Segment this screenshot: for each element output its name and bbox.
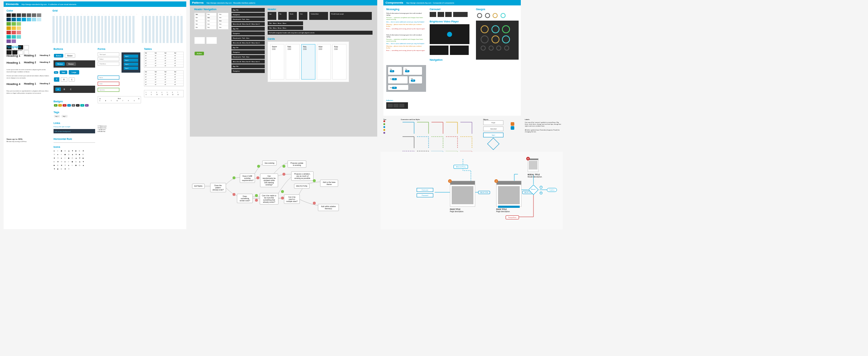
card-4[interactable]: Actionscontentcontent — [317, 44, 331, 80]
header-bar-full-2[interactable]: Title · Menu · Menu · Menu — [268, 26, 303, 30]
input-error[interactable] — [98, 82, 119, 86]
carousel-thumb-wide[interactable] — [453, 12, 468, 17]
btn-secondary[interactable]: Button — [65, 53, 75, 58]
text-input[interactable] — [98, 52, 119, 56]
btn-md[interactable]: Med — [60, 70, 68, 74]
obj-input: Input — [483, 133, 504, 137]
btn-grp-2[interactable]: B — [61, 77, 67, 82]
video-player-1[interactable] — [430, 24, 469, 44]
header-tile-2[interactable]: Nav — [278, 12, 287, 20]
header-bar[interactable]: App Title — [231, 46, 265, 50]
nav-btn-green[interactable]: Active — [195, 52, 204, 55]
header-bar[interactable]: Breadcrumb · Path · Here — [231, 55, 265, 59]
input-username[interactable]: Username — [417, 188, 433, 192]
btn-on-dark-1[interactable]: Button — [55, 62, 65, 66]
header-tile-1[interactable]: Logo — [268, 12, 276, 20]
header-bar[interactable]: Navigation — [231, 13, 265, 17]
header-bar[interactable]: Navigation — [231, 69, 265, 73]
gauge-6 — [502, 35, 510, 43]
radio-2[interactable]: ● Radio two — [98, 130, 141, 132]
decision-flow: PATTERN Does the pattern already exist? … — [190, 155, 342, 213]
node-propose-variation: Propose a variation, use as much of exis… — [291, 171, 314, 181]
table-sample: ColColColColvalvalvalvalvalvalvalvalvalv… — [144, 52, 184, 68]
header-bar[interactable]: App Title — [231, 27, 265, 31]
dark-input-1[interactable]: Input — [124, 55, 138, 58]
input-focus[interactable] — [98, 76, 119, 80]
carousel-thumb-3[interactable] — [445, 12, 452, 17]
btn-on-dark-2[interactable]: Button — [66, 62, 76, 66]
btn-grp-1[interactable]: A — [54, 77, 59, 82]
node-prototype: PROTOTYPE — [294, 184, 310, 189]
card-2[interactable]: Detailscontentcontent — [286, 44, 300, 80]
calendar-widget[interactable]: ◀Month▶ SMTWTFS — [98, 96, 141, 103]
badge: 9 — [58, 104, 62, 107]
dark-input-3[interactable]: Input — [124, 63, 138, 66]
swatch — [32, 13, 36, 17]
input-password[interactable]: Password — [417, 193, 433, 197]
header-bar[interactable]: App Title — [231, 8, 265, 12]
icon: ☆ — [68, 168, 70, 170]
wireframe-modal[interactable] — [528, 158, 539, 172]
header-bar[interactable]: Menu Item A · Menu Item B · Menu Item C — [231, 22, 265, 26]
carousel-thumb-1[interactable] — [430, 12, 436, 17]
header-bar[interactable]: Breadcrumb · Path · Here — [231, 36, 265, 40]
header-bar[interactable]: App Title — [231, 64, 265, 68]
select-input[interactable] — [98, 57, 119, 61]
header-tile-6[interactable]: Full width header example — [330, 12, 372, 20]
header-bar[interactable]: Breadcrumb · Path · Here — [231, 17, 265, 21]
header-bar[interactable]: Menu Item A · Menu Item B · Menu Item C — [231, 60, 265, 64]
tag-1[interactable]: tag × — [54, 115, 60, 117]
nav-tabs-1[interactable] — [194, 37, 205, 44]
wf-b-cta[interactable] — [498, 206, 520, 208]
modal-5[interactable]: Title OK — [388, 85, 408, 90]
flow-yes-3 — [282, 165, 285, 168]
dark-input-2[interactable]: Input — [124, 59, 138, 62]
tables-title: Tables — [144, 48, 184, 50]
link-on-dark[interactable]: Link on dark background — [55, 130, 71, 132]
section-indicators: Indicators — [386, 99, 408, 109]
heading-sample: Heading 2 — [24, 54, 36, 57]
components-header: Components http://design-standards.ihg.c… — [383, 0, 521, 5]
icons-title: Icons — [54, 146, 95, 148]
modal-1[interactable]: TitleOK — [388, 67, 402, 75]
connector-sample — [401, 136, 414, 149]
header-bar[interactable]: Menu Item A · Menu Item B · Menu Item C — [231, 41, 265, 45]
btn-sm[interactable]: Sm — [54, 71, 58, 74]
wireframe-a[interactable] — [450, 181, 475, 207]
button-groups-dark: ABC — [54, 86, 95, 93]
tag-2[interactable]: tag × — [61, 115, 68, 117]
header-bar[interactable]: Navigation — [231, 50, 265, 54]
carousel-thumbs[interactable] — [430, 12, 473, 17]
card-3-active[interactable]: Statuscontentcontent — [301, 44, 315, 80]
carousel-thumb-2[interactable] — [438, 12, 444, 17]
btn-lg[interactable]: Large — [69, 70, 79, 74]
wireframe-b[interactable] — [496, 181, 522, 207]
dark-input-4[interactable]: Input — [124, 67, 138, 70]
btn-primary[interactable]: Button — [54, 54, 63, 57]
header-bar[interactable]: Navigation — [231, 31, 265, 35]
checkbox-input[interactable] — [98, 62, 119, 66]
login-inputs: Username Password — [417, 188, 433, 199]
message-line: Success — operation completed and change… — [386, 16, 426, 21]
button-groups: ABC — [54, 77, 95, 82]
header-tile-4[interactable]: User — [299, 12, 307, 20]
modal-4[interactable]: TitleOK — [409, 76, 422, 83]
icon: □ — [57, 164, 59, 166]
btn-grp-3[interactable]: C — [69, 77, 75, 82]
input-success[interactable] — [98, 88, 119, 92]
header-tile-5[interactable]: Combined block — [309, 12, 328, 20]
modal-3[interactable]: Title OK — [388, 76, 408, 83]
video-player-2[interactable] — [430, 46, 448, 55]
calendar-table[interactable]: 1234567 891011121314 — [144, 90, 184, 97]
header-tile-3[interactable]: Search — [289, 12, 297, 20]
modal-2[interactable]: TitleOK — [403, 67, 422, 75]
video-player-3[interactable] — [450, 46, 469, 55]
header-bar-full-1[interactable]: Title · Menu · Menu · Menu — [268, 21, 303, 25]
heading-sample: Heading 3 — [40, 61, 50, 64]
header-bar-full-3[interactable]: Full width navigation header with many i… — [268, 31, 373, 35]
play-icon[interactable] — [447, 32, 452, 37]
link-sample-1[interactable]: Primary link style example — [54, 126, 95, 128]
card-5[interactable]: Historycontentcontent — [332, 44, 346, 80]
nav-tabs-2[interactable] — [206, 37, 217, 44]
card-1[interactable]: Summarycontentcontent — [270, 44, 284, 80]
